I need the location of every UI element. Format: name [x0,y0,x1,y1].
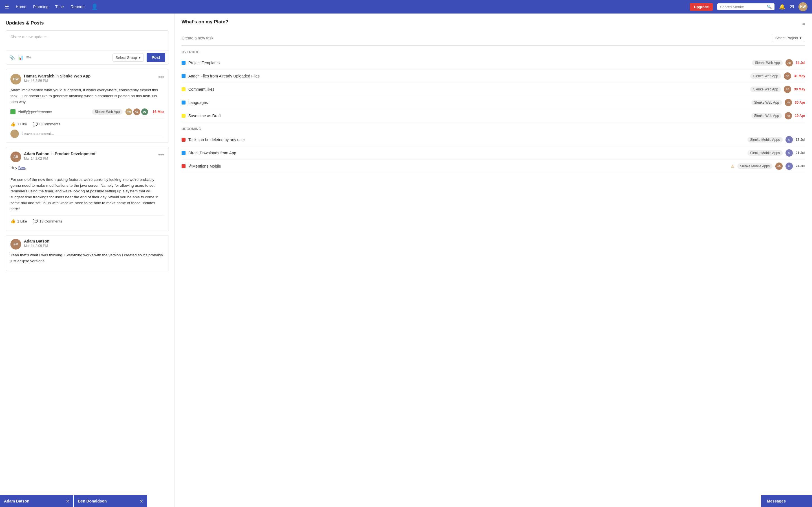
chat-close-adam[interactable]: ✕ [66,499,69,504]
like-count-2: 1 Like [17,219,27,223]
task-color-indicator [182,114,186,118]
select-project-label: Select Project [775,36,798,40]
post-button[interactable]: Post [147,53,165,62]
like-action-2[interactable]: 👍 1 Like [10,219,27,224]
composer-toolbar: 📎 📊 ≡+ Select Group ▾ Post [6,50,168,64]
task-color-indicator [182,61,186,65]
like-count-1: 1 Like [17,122,27,126]
task-name: Save time as Draft [188,114,749,118]
post-card-3: AB Adam Batson Mar 14 3:09 PM Yeah that'… [6,235,169,271]
post-header-3: AB Adam Batson Mar 14 3:09 PM [10,239,164,249]
post-menu-2[interactable]: ••• [158,152,164,158]
comment-time-3: Mar 14 3:09 PM [24,244,49,248]
like-action-1[interactable]: 👍 1 Like [10,122,27,127]
post-body-1: Adam implemented what you'd suggested, i… [10,87,164,105]
task-row[interactable]: Save time as Draft Slenke Web App AB 19 … [182,109,805,122]
task-name: Languages [188,100,749,105]
post-menu-1[interactable]: ••• [158,74,164,80]
task-row[interactable]: Attach Files from Already Uploaded Files… [182,69,805,83]
like-icon-1: 👍 [10,122,16,127]
menu-icon[interactable]: ☰ [4,4,9,10]
task-date: 14 Jul [796,61,805,65]
nav-home[interactable]: Home [16,4,26,9]
attach-label-1: Notify() performance [18,110,52,114]
nav-planning[interactable]: Planning [33,4,49,9]
task-row[interactable]: Languages Slenke Web App AB 30 Apr [182,96,805,109]
attach-color-1 [10,109,15,114]
mention-ben[interactable]: Ben [18,166,25,170]
task-date: 31 May [794,74,805,78]
filter-icon[interactable]: ≡ [802,21,805,27]
comment-action-2[interactable]: 💬 13 Comments [33,219,62,224]
task-date: 30 Apr [795,101,805,105]
left-panel: Updates & Posts Share a new update... 📎 … [0,13,175,507]
notifications-icon[interactable]: 🔔 [779,4,785,10]
task-badge: Slenke Mobile Apps [748,137,783,143]
task-avatar-right: U [785,163,793,170]
search-input[interactable] [720,5,765,9]
task-avatar-left: AB [775,163,783,170]
messages-tab[interactable]: Messages [761,495,812,507]
composer-text-area[interactable]: Share a new update... [6,31,168,50]
upcoming-label: Upcoming [182,127,805,131]
post-time-1: Mar 16 3:59 PM [24,79,91,83]
overdue-label: Overdue [182,50,805,54]
post-avatar-2: AB [10,152,21,162]
comment-count-1: 0 Comments [40,122,60,126]
chart-icon[interactable]: 📊 [18,55,23,60]
task-row[interactable]: @Mentions Mobile ⚠ Slenke Mobile Apps AB… [182,160,805,173]
task-badge: Slenke Web App [751,100,782,105]
task-row[interactable]: Task can be deleted by any user Slenke M… [182,133,805,147]
post-card-2: AB Adam Batson in Product Development Ma… [6,147,169,231]
post-avatar-3: AB [10,239,21,249]
select-project-dropdown[interactable]: Select Project ▾ [772,34,805,42]
messages-icon[interactable]: ✉ [790,4,794,10]
overdue-section: Overdue Project Templates Slenke Web App… [182,50,805,122]
task-name: Direct Downloads from App [188,151,745,155]
task-name: Attach Files from Already Uploaded Files [188,74,748,78]
nav-reports[interactable]: Reports [70,4,84,9]
nav-time[interactable]: Time [55,4,64,9]
comment-input-area-1 [10,129,164,138]
task-date: 17 Jul [796,138,805,142]
post-project-2: Product Development [55,152,96,156]
post-actions-1: 👍 1 Like 💬 0 Comments [10,119,164,127]
chat-window-adam-name: Adam Batson [4,499,63,503]
task-color-indicator [182,101,186,105]
add-user-icon[interactable]: 👤 [91,3,98,10]
search-icon: 🔍 [767,4,772,9]
mini-avatar-1c: U3 [141,108,148,115]
task-avatar: AB [784,86,791,93]
post-actions-2: 👍 1 Like 💬 13 Comments [10,216,164,224]
search-bar[interactable]: 🔍 [717,3,774,10]
task-badge: Slenke Web App [750,87,781,92]
post-header-2: AB Adam Batson in Product Development Ma… [10,152,164,162]
post-author-2: Adam Batson [24,152,49,156]
attachment-icon[interactable]: 📎 [9,55,15,60]
navbar: ☰ Home Planning Time Reports 👤 Upgrade 🔍… [0,0,812,13]
navbar-left: ☰ Home Planning Time Reports 👤 [4,3,683,10]
comment-action-1[interactable]: 💬 0 Comments [33,122,60,127]
task-row[interactable]: Project Templates Slenke Web App AB 14 J… [182,56,805,69]
task-avatar: U [785,149,793,157]
task-row[interactable]: Direct Downloads from App Slenke Mobile … [182,147,805,160]
comment-count-2: 13 Comments [40,219,62,223]
upgrade-button[interactable]: Upgrade [690,3,713,11]
task-name: Task can be deleted by any user [188,137,745,142]
navbar-right: Upgrade 🔍 🔔 ✉ HW [690,2,808,11]
create-task-input[interactable] [182,36,772,40]
task-row[interactable]: Comment likes Slenke Web App AB 30 May [182,83,805,96]
select-group-dropdown[interactable]: Select Group ▾ [112,54,144,62]
post-body-2: Hey Ben, For some of the new time tracki… [10,165,164,212]
chat-window-ben[interactable]: Ben Donaldson ✕ [74,495,147,507]
post-header-1: HW Hamza Warraich in Slenke Web App Mar … [10,74,164,84]
comment-input-1[interactable] [22,130,164,137]
right-panel-title: What's on my Plate? [182,19,229,25]
list-icon[interactable]: ≡+ [26,55,32,60]
chat-close-ben[interactable]: ✕ [140,499,143,504]
chat-window-adam[interactable]: Adam Batson ✕ [0,495,73,507]
user-avatar[interactable]: HW [799,2,808,11]
attach-badge-1: Slenke Web App [92,109,123,115]
task-badge: Slenke Mobile Apps [737,163,772,169]
task-avatar: AB [784,112,792,119]
